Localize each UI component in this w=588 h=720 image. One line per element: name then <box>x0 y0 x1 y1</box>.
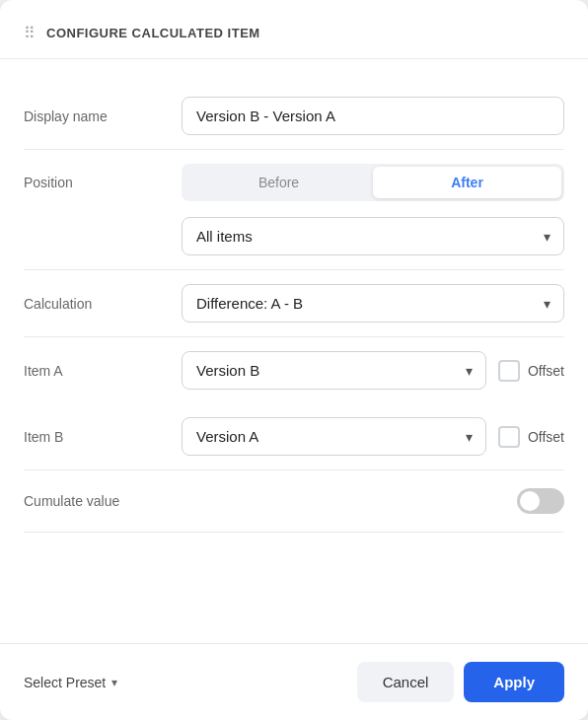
item-a-offset-label: Offset <box>528 363 564 379</box>
item-b-control: Version A Version B Offset <box>182 417 564 456</box>
configure-panel: ⠿ CONFIGURE CALCULATED ITEM Display name… <box>0 0 588 720</box>
item-b-offset-label: Offset <box>528 429 564 445</box>
position-before-button[interactable]: Before <box>184 167 373 198</box>
calculation-label: Calculation <box>24 296 182 312</box>
display-name-control <box>182 97 564 135</box>
item-a-offset-checkbox[interactable] <box>498 360 520 382</box>
item-a-offset-wrapper: Offset <box>498 360 564 382</box>
item-b-offset-checkbox[interactable] <box>498 426 520 448</box>
cumulate-toggle-label[interactable] <box>517 488 564 514</box>
footer-actions: Cancel Apply <box>357 662 564 702</box>
position-toggle-group: Before After <box>182 164 564 201</box>
footer: Select Preset ▾ Cancel Apply <box>0 643 588 720</box>
apply-button[interactable]: Apply <box>464 662 564 702</box>
item-b-label: Item B <box>24 429 182 445</box>
item-a-select-wrapper: Version B Version A <box>182 351 486 390</box>
calculation-row: Calculation Difference: A - B Sum: A + B… <box>24 270 564 337</box>
position-label: Position <box>24 175 182 190</box>
item-b-select[interactable]: Version A Version B <box>182 417 486 456</box>
all-items-select[interactable]: All items Selected items <box>182 217 564 255</box>
position-after-button[interactable]: After <box>373 167 561 198</box>
chevron-down-icon: ▾ <box>111 676 117 689</box>
panel-header: ⠿ CONFIGURE CALCULATED ITEM <box>0 0 588 59</box>
cumulate-control <box>182 488 564 514</box>
calculation-select-wrapper: Difference: A - B Sum: A + B Ratio: A / … <box>182 284 564 323</box>
panel-body: Display name Position Before After All i… <box>0 59 588 643</box>
item-b-select-wrapper: Version A Version B <box>182 417 486 456</box>
cumulate-label: Cumulate value <box>24 493 182 509</box>
item-a-select[interactable]: Version B Version A <box>182 351 486 390</box>
item-a-row: Item A Version B Version A Offset <box>24 337 564 403</box>
all-items-control: All items Selected items <box>182 217 564 255</box>
item-b-offset-wrapper: Offset <box>498 426 564 448</box>
all-items-row: All items Selected items <box>24 209 564 270</box>
cumulate-slider <box>517 488 564 514</box>
display-name-row: Display name <box>24 83 564 150</box>
display-name-label: Display name <box>24 108 182 124</box>
drag-icon: ⠿ <box>24 24 37 42</box>
select-preset-button[interactable]: Select Preset ▾ <box>24 675 117 690</box>
cancel-button[interactable]: Cancel <box>357 662 455 702</box>
cumulate-row: Cumulate value <box>24 470 564 533</box>
panel-title: CONFIGURE CALCULATED ITEM <box>46 26 260 40</box>
select-preset-label: Select Preset <box>24 675 106 690</box>
position-row: Position Before After <box>24 150 564 209</box>
display-name-input[interactable] <box>182 97 564 135</box>
position-toggle: Before After <box>182 164 564 201</box>
item-a-label: Item A <box>24 363 182 379</box>
item-b-row: Item B Version A Version B Offset <box>24 403 564 470</box>
calculation-control: Difference: A - B Sum: A + B Ratio: A / … <box>182 284 564 323</box>
all-items-select-wrapper: All items Selected items <box>182 217 564 255</box>
calculation-select[interactable]: Difference: A - B Sum: A + B Ratio: A / … <box>182 284 564 323</box>
item-a-control: Version B Version A Offset <box>182 351 564 390</box>
